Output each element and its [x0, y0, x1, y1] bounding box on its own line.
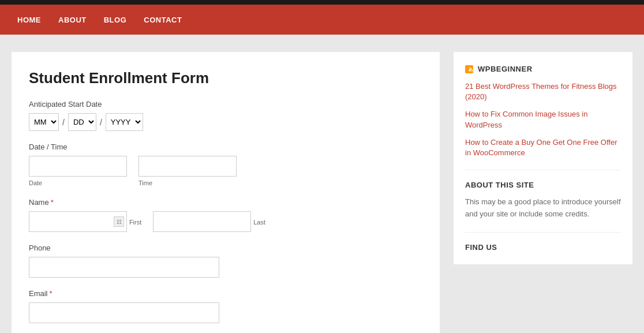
email-input[interactable] [29, 302, 219, 323]
rss-link-1[interactable]: 21 Best WordPress Themes for Fitness Blo… [465, 82, 617, 101]
email-group: Email* [29, 289, 422, 323]
nav-home[interactable]: HOME [17, 13, 41, 27]
sidebar: WPBEGINNER 21 Best WordPress Themes for … [454, 52, 632, 333]
anticipated-start-date-group: Anticipated Start Date MM / DD / YYYY [29, 100, 422, 131]
day-select[interactable]: DD [68, 113, 96, 131]
nav-about[interactable]: ABOUT [58, 13, 87, 27]
date-time-row: Date Time [29, 156, 422, 186]
name-required-star: * [51, 198, 54, 207]
find-us-title: FIND US [465, 232, 621, 252]
first-name-col: ☷ First [29, 211, 141, 232]
rss-widget-title: WPBEGINNER [478, 65, 533, 73]
rss-header: WPBEGINNER [465, 65, 621, 73]
name-label: Name* [29, 198, 422, 207]
time-field-col: Time [138, 156, 237, 186]
date-time-label: Date / Time [29, 143, 422, 151]
date-time-group: Date / Time Date Time [29, 143, 422, 186]
date-sep-1: / [62, 118, 65, 127]
nav-contact[interactable]: CONTACT [144, 13, 182, 27]
date-input[interactable] [29, 156, 127, 177]
date-picker-row: MM / DD / YYYY [29, 113, 422, 131]
email-label-text: Email [29, 289, 48, 298]
last-name-input[interactable] [153, 211, 251, 232]
time-sublabel: Time [138, 179, 237, 186]
main-nav: HOME ABOUT BLOG CONTACT [0, 5, 644, 35]
rss-link-2[interactable]: How to Fix Common Image Issues in WordPr… [465, 110, 587, 129]
rss-link-3[interactable]: How to Create a Buy One Get One Free Off… [465, 138, 617, 157]
anticipated-start-date-label: Anticipated Start Date [29, 100, 422, 108]
top-bar [0, 0, 644, 5]
phone-input[interactable] [29, 257, 219, 278]
last-sublabel: Last [253, 219, 265, 226]
first-name-wrapper: ☷ [29, 211, 127, 232]
phone-group: Phone [29, 244, 422, 278]
rss-link-item-3: How to Create a Buy One Get One Free Off… [465, 137, 621, 158]
email-label: Email* [29, 289, 422, 298]
rss-link-item-1: 21 Best WordPress Themes for Fitness Blo… [465, 81, 621, 102]
first-name-input[interactable] [29, 211, 127, 232]
date-sep-2: / [100, 118, 102, 127]
date-field-col: Date [29, 156, 127, 186]
date-sublabel: Date [29, 179, 127, 186]
about-section-title: ABOUT THIS SITE [465, 170, 621, 189]
year-select[interactable]: YYYY [106, 113, 143, 131]
phone-label: Phone [29, 244, 422, 252]
rss-links-list: 21 Best WordPress Themes for Fitness Blo… [465, 81, 621, 158]
main-content: Student Enrollment Form Anticipated Star… [12, 52, 440, 333]
name-group: Name* ☷ First Last [29, 198, 422, 232]
name-row: ☷ First Last [29, 211, 422, 232]
month-select[interactable]: MM [29, 113, 59, 131]
nav-blog[interactable]: BLOG [104, 13, 127, 27]
form-title: Student Enrollment Form [29, 69, 422, 87]
autocomplete-icon: ☷ [114, 216, 124, 227]
about-text: This may be a good place to introduce yo… [465, 196, 621, 220]
page-wrapper: Student Enrollment Form Anticipated Star… [0, 35, 644, 333]
last-name-col: Last [153, 211, 265, 232]
name-label-text: Name [29, 198, 49, 207]
email-required-star: * [50, 289, 53, 298]
first-sublabel: First [129, 219, 141, 226]
rss-icon [465, 65, 473, 73]
sidebar-card: WPBEGINNER 21 Best WordPress Themes for … [454, 52, 632, 264]
rss-link-item-2: How to Fix Common Image Issues in WordPr… [465, 109, 621, 130]
svg-point-0 [469, 70, 470, 71]
time-input[interactable] [138, 156, 237, 177]
